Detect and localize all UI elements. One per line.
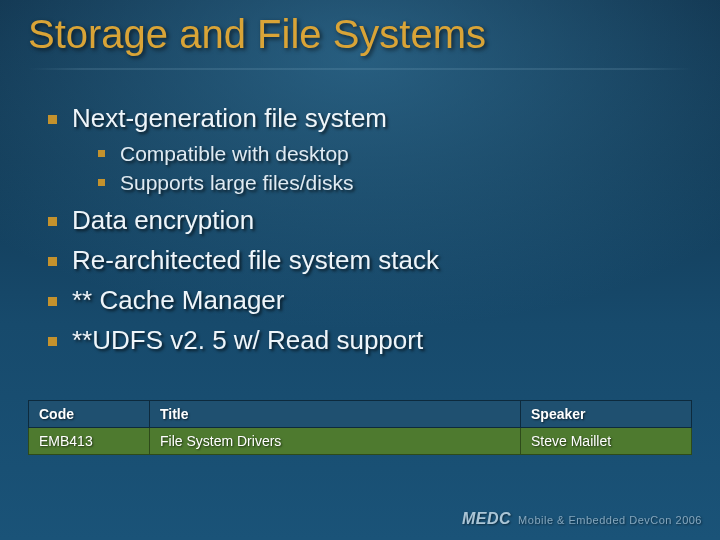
table-header-row: Code Title Speaker <box>29 401 692 428</box>
bullet-text: Re-architected file system stack <box>72 245 439 275</box>
table-header-title: Title <box>150 401 521 428</box>
footer-logo: MEDC Mobile & Embedded DevCon 2006 <box>462 510 702 528</box>
bullet-item: Re-architected file system stack <box>48 244 688 278</box>
slide-body: Next-generation file system Compatible w… <box>48 102 688 364</box>
bullet-item: Next-generation file system Compatible w… <box>48 102 688 196</box>
table-header-code: Code <box>29 401 150 428</box>
slide-title: Storage and File Systems <box>28 12 486 57</box>
cell-speaker: Steve Maillet <box>521 428 692 455</box>
bullet-text: Data encryption <box>72 205 254 235</box>
sub-bullet-item: Supports large files/disks <box>98 169 688 196</box>
cell-title: File System Drivers <box>150 428 521 455</box>
bullet-list: Next-generation file system Compatible w… <box>48 102 688 358</box>
title-rule <box>28 68 692 70</box>
bullet-item: Data encryption <box>48 204 688 238</box>
table-row: EMB413 File System Drivers Steve Maillet <box>29 428 692 455</box>
bullet-text: Next-generation file system <box>72 103 387 133</box>
slide: { "title": "Storage and File Systems", "… <box>0 0 720 540</box>
sub-bullet-list: Compatible with desktop Supports large f… <box>72 140 688 197</box>
sub-bullet-item: Compatible with desktop <box>98 140 688 167</box>
footer-brand: MEDC <box>462 510 511 527</box>
sub-bullet-text: Compatible with desktop <box>120 142 349 165</box>
bullet-item: **UDFS v2. 5 w/ Read support <box>48 324 688 358</box>
bullet-item: ** Cache Manager <box>48 284 688 318</box>
bullet-text: **UDFS v2. 5 w/ Read support <box>72 325 423 355</box>
table-header-speaker: Speaker <box>521 401 692 428</box>
bullet-text: ** Cache Manager <box>72 285 284 315</box>
sub-bullet-text: Supports large files/disks <box>120 171 353 194</box>
footer-sub: Mobile & Embedded DevCon 2006 <box>518 514 702 526</box>
cell-code: EMB413 <box>29 428 150 455</box>
sessions-table: Code Title Speaker EMB413 File System Dr… <box>28 400 692 455</box>
